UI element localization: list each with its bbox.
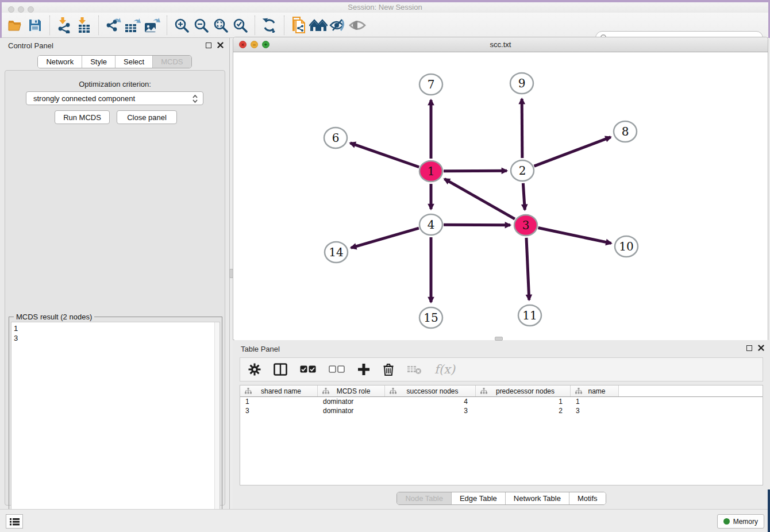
import-table-icon[interactable] (74, 15, 94, 36)
node-table[interactable]: shared nameMCDS rolesuccessor nodesprede… (240, 385, 763, 485)
graph-edge-3-10[interactable] (538, 228, 611, 244)
export-image-icon[interactable] (143, 15, 162, 36)
memory-button[interactable]: Memory (717, 514, 764, 529)
close-panel-button[interactable]: Close panel (117, 110, 177, 124)
delete-column-trash-icon[interactable] (383, 363, 394, 376)
graph-node-1[interactable]: 1 (419, 161, 442, 182)
gear-icon[interactable] (248, 363, 261, 376)
tab-network-table[interactable]: Network Table (506, 492, 569, 504)
graph-edge-3-1[interactable] (444, 179, 514, 219)
split-pane-icon[interactable] (274, 363, 287, 376)
mcds-result-textarea[interactable]: 13 (11, 322, 220, 532)
result-scrollbar[interactable] (214, 322, 220, 532)
table-cell: 1 (571, 397, 619, 406)
export-table-icon[interactable] (123, 15, 143, 36)
graph-edge-2-3[interactable] (523, 183, 525, 210)
close-table-panel-icon[interactable] (758, 345, 764, 351)
tab-motifs[interactable]: Motifs (569, 492, 606, 504)
clone-network-icon[interactable] (289, 15, 309, 36)
first-neighbors-icon[interactable] (309, 15, 328, 36)
add-column-plus-icon[interactable] (357, 363, 370, 376)
graph-node-3[interactable]: 3 (514, 215, 537, 236)
graph-edge-1-2[interactable] (444, 171, 507, 171)
memory-status-icon (723, 518, 730, 525)
status-bar: Memory (0, 509, 770, 532)
network-window-titlebar[interactable]: × − + scc.txt (233, 37, 768, 52)
svg-text:1: 1 (428, 164, 435, 178)
control-panel-header: Control Panel (0, 38, 229, 54)
graph-node-11[interactable]: 11 (518, 305, 541, 326)
tab-mcds[interactable]: MCDS (153, 56, 191, 68)
tab-style[interactable]: Style (82, 56, 116, 68)
column-header-successor-nodes[interactable]: successor nodes (385, 385, 476, 396)
graph-node-8[interactable]: 8 (614, 121, 637, 142)
zoom-selected-icon[interactable] (230, 15, 250, 36)
horizontal-splitter-handle[interactable] (495, 337, 503, 341)
graph-edge-4-14[interactable] (351, 228, 419, 248)
graph-node-9[interactable]: 9 (510, 73, 533, 94)
select-all-checkboxes-icon[interactable] (300, 365, 316, 373)
node-table-body: 1dominator4113dominator323 (240, 397, 763, 415)
graph-edge-1-6[interactable] (350, 143, 419, 167)
vertical-splitter-handle[interactable] (229, 269, 233, 278)
tree-hierarchy-icon (390, 388, 396, 394)
run-mcds-button[interactable]: Run MCDS (55, 110, 110, 124)
svg-text:11: 11 (522, 309, 537, 322)
graph-edge-3-11[interactable] (526, 238, 529, 300)
optimization-criterion-value: strongly connected component (33, 94, 135, 103)
zoom-in-icon[interactable] (172, 15, 191, 36)
graph-edge-2-8[interactable] (534, 137, 611, 167)
minimize-window-button[interactable] (18, 6, 24, 13)
graph-node-15[interactable]: 15 (419, 307, 442, 328)
tab-select[interactable]: Select (116, 56, 153, 68)
app-titlebar: Session: New Session (0, 2, 770, 13)
show-hidden-eye-icon[interactable] (348, 15, 367, 36)
graph-node-10[interactable]: 10 (615, 236, 638, 257)
desktop-edge-top (0, 0, 770, 2)
desktop-edge-bottom-right (768, 489, 770, 532)
table-panel-title: Table Panel (241, 345, 280, 353)
graph-node-2[interactable]: 2 (511, 160, 534, 181)
tab-edge-table[interactable]: Edge Table (452, 492, 506, 504)
mcds-tab-content: Optimization criterion: strongly connect… (5, 70, 225, 506)
hide-selected-eye-slash-icon[interactable] (328, 15, 348, 36)
close-panel-icon[interactable] (217, 42, 224, 48)
table-row[interactable]: 1dominator411 (240, 397, 763, 406)
float-table-panel-icon[interactable] (746, 345, 752, 351)
tab-network[interactable]: Network (38, 56, 82, 68)
graph-node-4[interactable]: 4 (419, 214, 442, 235)
graph-node-14[interactable]: 14 (325, 242, 348, 263)
main-toolbar (0, 13, 770, 38)
function-builder-icon: f(x) (434, 363, 455, 376)
toolbar-separator (167, 16, 167, 35)
zoom-out-icon[interactable] (191, 15, 211, 36)
node-table-header: shared nameMCDS rolesuccessor nodesprede… (240, 385, 763, 397)
graph-edge-4-3[interactable] (444, 225, 510, 225)
graph-node-6[interactable]: 6 (324, 128, 347, 148)
optimization-criterion-select[interactable]: strongly connected component (26, 91, 203, 105)
column-header-MCDS-role[interactable]: MCDS role (318, 385, 385, 396)
save-session-icon[interactable] (25, 15, 45, 36)
open-folder-icon[interactable] (6, 15, 25, 36)
float-panel-icon[interactable] (206, 43, 211, 48)
task-history-list-icon[interactable] (6, 514, 23, 529)
column-header-predecessor-nodes[interactable]: predecessor nodes (476, 385, 571, 396)
close-window-button[interactable] (8, 6, 14, 13)
svg-text:9: 9 (518, 76, 526, 90)
column-header-shared-name[interactable]: shared name (240, 385, 318, 396)
tab-node-table[interactable]: Node Table (397, 492, 452, 504)
table-toolbar: f(x) (240, 357, 763, 381)
network-graph-canvas[interactable]: 7968124314101511 (234, 52, 768, 341)
column-header-name[interactable]: name (571, 385, 619, 396)
maximize-window-button[interactable] (28, 6, 34, 13)
import-network-icon[interactable] (55, 15, 74, 36)
zoom-fit-icon[interactable] (211, 15, 230, 36)
graph-node-7[interactable]: 7 (419, 74, 442, 95)
graph-edge-2-9[interactable] (522, 99, 522, 158)
table-cell: dominator (318, 406, 385, 415)
refresh-layout-icon[interactable] (260, 15, 279, 36)
export-network-icon[interactable] (103, 15, 123, 36)
table-row[interactable]: 3dominator323 (240, 406, 763, 415)
graph-edges (350, 99, 611, 302)
deselect-all-checkboxes-icon[interactable] (329, 365, 345, 373)
